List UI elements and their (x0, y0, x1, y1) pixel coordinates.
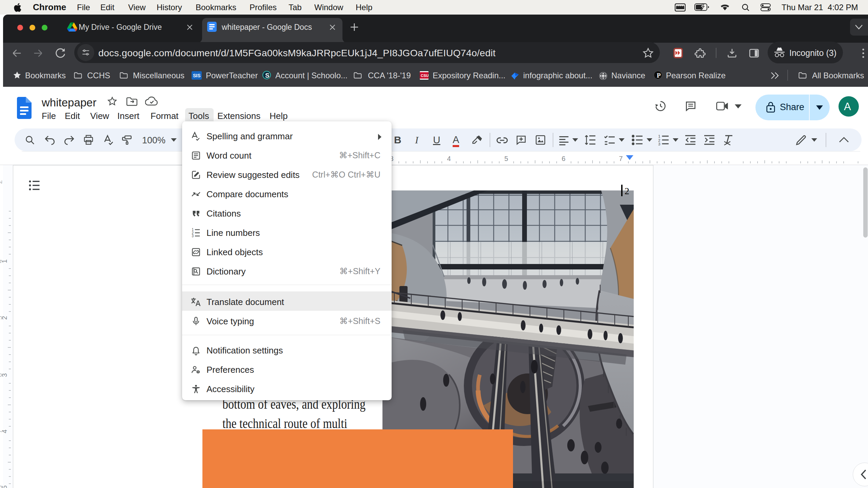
svg-text:3: 3 (658, 142, 660, 146)
svg-text:1: 1 (658, 134, 660, 138)
svg-text:5: 5 (0, 316, 3, 320)
svg-text:2: 2 (658, 138, 660, 142)
svg-text:8: 8 (0, 485, 3, 488)
svg-text:3: 3 (192, 234, 194, 238)
svg-text:2: 2 (0, 180, 3, 184)
svg-text:6: 6 (561, 155, 565, 162)
svg-text:7: 7 (619, 155, 623, 162)
svg-text:5: 5 (504, 155, 508, 162)
svg-text:6: 6 (0, 373, 3, 377)
svg-text:4: 4 (447, 155, 451, 162)
svg-text:4: 4 (0, 259, 3, 263)
svg-text:7: 7 (0, 429, 3, 433)
